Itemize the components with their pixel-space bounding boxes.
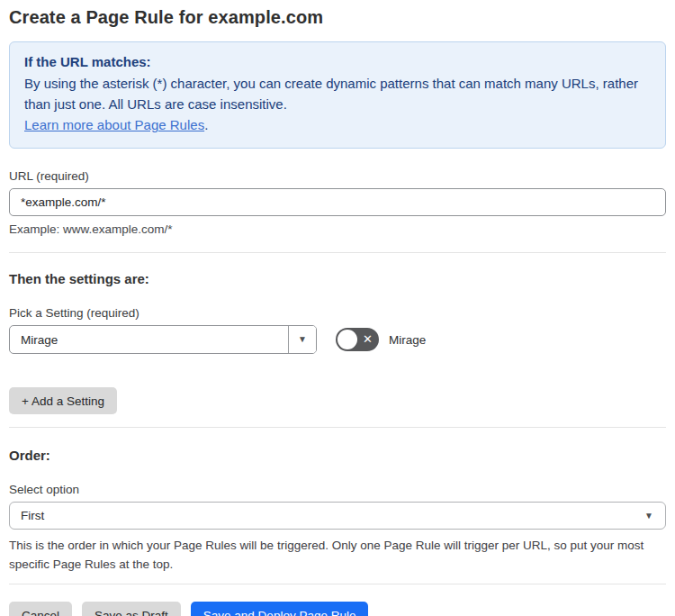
setting-select-value: Mirage (10, 326, 288, 353)
info-box-heading: If the URL matches: (24, 54, 651, 69)
order-select-value: First (21, 509, 44, 522)
add-setting-button[interactable]: + Add a Setting (9, 387, 117, 414)
save-as-draft-button[interactable]: Save as Draft (82, 602, 181, 616)
settings-section-heading: Then the settings are: (9, 271, 666, 286)
order-select-label: Select option (9, 483, 666, 496)
order-section-heading: Order: (9, 448, 666, 463)
cancel-button[interactable]: Cancel (9, 602, 72, 616)
url-field-hint: Example: www.example.com/* (9, 222, 666, 236)
footer-actions: Cancel Save as Draft Save and Deploy Pag… (9, 602, 666, 616)
url-input[interactable] (9, 188, 666, 216)
divider (9, 252, 666, 253)
chevron-down-icon: ▼ (644, 512, 653, 521)
chevron-down-icon: ▼ (298, 335, 307, 344)
setting-select[interactable]: Mirage ▼ (9, 325, 317, 354)
toggle-knob (338, 330, 357, 349)
toggle-off-x-icon: ✕ (363, 333, 373, 345)
order-select[interactable]: First ▼ (9, 502, 666, 530)
page-title: Create a Page Rule for example.com (9, 7, 666, 28)
toggle-setting-label: Mirage (389, 333, 426, 347)
info-box-body: By using the asterisk (*) character, you… (24, 73, 651, 114)
setting-select-arrow-button[interactable]: ▼ (288, 326, 316, 353)
setting-row: Mirage ▼ ✕ Mirage (9, 325, 666, 354)
learn-more-link[interactable]: Learn more about Page Rules (24, 117, 204, 132)
divider (9, 427, 666, 428)
url-match-info-box: If the URL matches: By using the asteris… (9, 41, 666, 149)
save-and-deploy-button[interactable]: Save and Deploy Page Rule (191, 602, 369, 616)
divider (9, 584, 666, 584)
order-help-text: This is the order in which your Page Rul… (9, 536, 662, 574)
link-suffix: . (204, 117, 208, 132)
create-page-rule-form: Create a Page Rule for example.com If th… (0, 0, 675, 616)
pick-setting-label: Pick a Setting (required) (9, 306, 666, 320)
mirage-toggle[interactable]: ✕ (336, 328, 379, 351)
url-field-label: URL (required) (9, 169, 666, 183)
info-box-link-row: Learn more about Page Rules. (24, 115, 651, 135)
